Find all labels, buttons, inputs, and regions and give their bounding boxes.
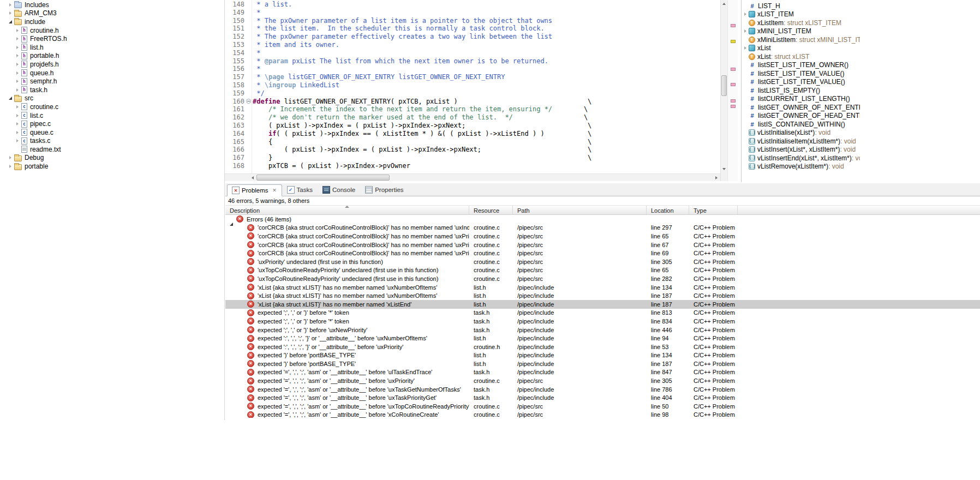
annotation-marker[interactable] [731, 68, 736, 71]
line-number-ruler[interactable]: 1481491501511521531541551561571581591601… [225, 1, 246, 170]
problem-row[interactable]: expected ';', ',' or ')' before '*' toke… [225, 317, 980, 326]
tree-collapsed-arrow-icon[interactable] [14, 122, 21, 125]
tree-item-list.h[interactable]: list.h [0, 43, 224, 52]
code-line[interactable]: * [253, 65, 720, 73]
tree-collapsed-arrow-icon[interactable] [14, 105, 21, 109]
outline-item-listGET_OWNER_OF_NEXT_ENTRY[interactable]: listGET_OWNER_OF_NEXT_ENTRY() [742, 103, 860, 112]
problem-row[interactable]: 'corCRCB {aka struct corCoRoutineControl… [225, 249, 980, 257]
annotation-marker[interactable] [731, 105, 736, 108]
tree-item-queue.c[interactable]: queue.c [0, 128, 224, 137]
problem-row[interactable]: expected '=', ',', ';', 'asm' or '__attr… [225, 368, 980, 377]
tree-item-portable[interactable]: portable [0, 162, 224, 171]
outline-item-listSET_LIST_ITEM_VALUE[interactable]: listSET_LIST_ITEM_VALUE() [742, 69, 860, 78]
code-line[interactable]: */ [253, 89, 720, 98]
outline-item-vListInitialiseItemxListItem[interactable]: vListInitialiseItem(xListItem*) : void [742, 137, 860, 146]
outline-item-listSET_LIST_ITEM_OWNER[interactable]: listSET_LIST_ITEM_OWNER() [742, 61, 860, 70]
code-line[interactable]: * \ingroup LinkedList [253, 81, 720, 89]
problem-row[interactable]: 'uxPriority' undeclared (first use in th… [225, 257, 980, 266]
horizontal-scroll-thumb[interactable] [256, 175, 390, 181]
problem-row[interactable]: expected '=', ',', ';', 'asm' or '__attr… [225, 411, 980, 418]
tree-collapsed-arrow-icon[interactable] [14, 80, 21, 83]
column-header-path[interactable]: Path [513, 206, 647, 214]
code-line[interactable]: * [253, 9, 720, 17]
code-text-area[interactable]: * a list. * * The pxOwner parameter of a… [253, 1, 720, 173]
problem-row[interactable]: 'corCRCB {aka struct corCoRoutineControl… [225, 224, 980, 232]
tree-expanded-arrow-icon[interactable] [7, 97, 14, 100]
problem-row[interactable]: 'xList {aka struct xLIST}' has no member… [225, 300, 980, 309]
code-line[interactable]: { \ [253, 138, 720, 146]
code-line[interactable]: ( pxList )->pxIndex = ( pxList )->pxInde… [253, 122, 720, 130]
scroll-right-button[interactable] [713, 175, 720, 181]
code-line[interactable]: } \ [253, 154, 720, 162]
problem-row[interactable]: expected ')' before 'portBASE_TYPE'list.… [225, 351, 980, 360]
fold-collapse-icon[interactable] [246, 99, 251, 104]
column-header-type[interactable]: Type [689, 206, 738, 214]
code-line[interactable]: * \page listGET_OWNER_OF_NEXT_ENTRY list… [253, 73, 720, 81]
column-header-resource[interactable]: Resource [469, 206, 513, 214]
problem-row[interactable]: 'uxTopCoRoutineReadyPriority' undeclared… [225, 266, 980, 275]
scroll-up-button[interactable] [721, 1, 727, 7]
scroll-down-button[interactable] [721, 166, 727, 172]
tab-properties[interactable]: Properties [360, 184, 408, 196]
project-tree[interactable]: IncludesARM_CM3includecroutine.hFreeRTOS… [0, 0, 225, 420]
annotation-marker[interactable] [731, 24, 736, 27]
outline-item-vListRemovexListItem[interactable]: vListRemove(xListItem*) : void [742, 163, 860, 171]
tree-collapsed-arrow-icon[interactable] [7, 11, 14, 15]
tab-close-icon[interactable] [272, 188, 277, 193]
tree-item-Includes[interactable]: Includes [0, 1, 224, 9]
outline-item-listCURRENT_LIST_LENGTH[interactable]: listCURRENT_LIST_LENGTH() [742, 95, 860, 104]
scroll-left-button[interactable] [249, 175, 256, 181]
problem-row[interactable]: expected ')' before 'portBASE_TYPE'list.… [225, 359, 980, 368]
tree-item-readme.txt[interactable]: readme.txt [0, 145, 224, 154]
tree-collapsed-arrow-icon[interactable] [14, 63, 21, 66]
tree-item-FreeRTOS.h[interactable]: FreeRTOS.h [0, 34, 224, 43]
code-line[interactable]: pxTCB = ( pxList )->pxIndex->pvOwner [253, 162, 720, 170]
tree-item-ARM_CM3[interactable]: ARM_CM3 [0, 9, 224, 18]
tab-problems[interactable]: Problems [227, 184, 282, 196]
tree-collapsed-arrow-icon[interactable] [7, 3, 14, 7]
tree-item-src[interactable]: src [0, 94, 224, 103]
overview-ruler[interactable] [727, 0, 738, 181]
code-line[interactable]: * item and its owner. [253, 41, 720, 49]
tree-item-portable.h[interactable]: portable.h [0, 52, 224, 61]
problem-row[interactable]: 'corCRCB {aka struct corCoRoutineControl… [225, 241, 980, 249]
tree-collapsed-arrow-icon[interactable] [14, 114, 21, 117]
code-line[interactable]: * [253, 49, 720, 57]
problem-row[interactable]: expected '=', ',', ';', 'asm' or '__attr… [225, 393, 980, 402]
outline-item-xMINI_LIST_ITEM[interactable]: xMINI_LIST_ITEM [742, 27, 860, 36]
vertical-scrollbar[interactable] [720, 0, 727, 181]
tree-item-Debug[interactable]: Debug [0, 154, 224, 163]
problem-row[interactable]: expected '=', ',', ';', 'asm' or '__attr… [225, 402, 980, 411]
tree-item-tasks.c[interactable]: tasks.c [0, 137, 224, 146]
outline-item-xList[interactable]: xList [742, 44, 860, 53]
outline-item-listIS_CONTAINED_WITHIN[interactable]: listIS_CONTAINED_WITHIN() [742, 120, 860, 129]
outline-item-xList[interactable]: xList : struct xLIST [742, 52, 860, 61]
tab-tasks[interactable]: Tasks [282, 184, 318, 196]
code-line[interactable]: * @param pxList The list from which the … [253, 57, 720, 65]
outline-item-listGET_OWNER_OF_HEAD_ENTRY[interactable]: listGET_OWNER_OF_HEAD_ENTRY() [742, 112, 860, 121]
tree-collapsed-arrow-icon[interactable] [14, 37, 21, 40]
horizontal-scrollbar[interactable] [225, 173, 720, 181]
tree-item-projdefs.h[interactable]: projdefs.h [0, 60, 224, 69]
outline-item-listGET_LIST_ITEM_VALUE[interactable]: listGET_LIST_ITEM_VALUE() [742, 78, 860, 87]
tree-item-pipec.c[interactable]: pipec.c [0, 119, 224, 128]
problems-group-row[interactable]: Errors (46 items) [225, 215, 980, 224]
tree-collapsed-arrow-icon[interactable] [14, 46, 21, 49]
code-line[interactable]: * The pxOwner parameter effectively crea… [253, 33, 720, 41]
problem-row[interactable]: expected ';', ',' or ')' before '*' toke… [225, 309, 980, 317]
code-line[interactable]: * The pxOwner parameter of a list item i… [253, 17, 720, 25]
tree-collapsed-arrow-icon[interactable] [14, 71, 21, 75]
problem-row[interactable]: expected '=', ',', ';', 'asm' or '__attr… [225, 385, 980, 394]
tree-item-task.h[interactable]: task.h [0, 86, 224, 94]
outline-collapsed-arrow-icon[interactable] [742, 29, 749, 33]
tree-collapsed-arrow-icon[interactable] [14, 54, 21, 57]
code-line[interactable]: /* we don't return the marker used at th… [253, 113, 720, 122]
tree-item-semphr.h[interactable]: semphr.h [0, 77, 224, 86]
annotation-marker[interactable] [731, 83, 736, 86]
outline-collapsed-arrow-icon[interactable] [742, 46, 749, 50]
tree-item-croutine.c[interactable]: croutine.c [0, 103, 224, 111]
outline-view[interactable]: LIST_HxLIST_ITEMxListItem : struct xLIST… [741, 0, 860, 182]
problem-row[interactable]: 'uxTopCoRoutineReadyPriority' undeclared… [225, 274, 980, 283]
outline-collapsed-arrow-icon[interactable] [742, 13, 749, 16]
code-line[interactable]: /* Increment the index to the next item … [253, 105, 720, 113]
